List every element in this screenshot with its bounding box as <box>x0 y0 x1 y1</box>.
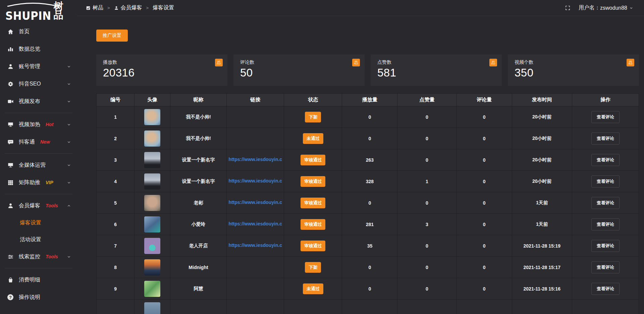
sidebar-item[interactable]: 抖客通 New <box>0 133 77 151</box>
view-comments-button[interactable]: 查看评论 <box>591 197 620 209</box>
breadcrumb-label: 会员爆客 <box>121 4 142 11</box>
video-link[interactable]: https://www.iesdouyin.c <box>228 200 282 205</box>
view-comments-button[interactable]: 查看评论 <box>591 218 620 230</box>
chevron-down-icon <box>67 99 71 104</box>
sidebar-item[interactable]: 账号管理 <box>0 58 77 75</box>
toolbar: 推广设置 <box>96 30 639 42</box>
cell-status <box>284 300 342 314</box>
chevron-down-icon <box>67 255 71 259</box>
help-icon: ? <box>7 294 14 301</box>
cell-action: 查看评论 <box>572 214 639 235</box>
breadcrumb-item[interactable]: 爆客设置 <box>153 4 174 11</box>
sidebar-item[interactable]: 数据总览 <box>0 40 77 58</box>
cell-likes: 0 <box>397 149 457 171</box>
avatar <box>144 152 160 168</box>
home-icon <box>7 29 14 35</box>
breadcrumb-item[interactable]: 会员爆客 <box>114 4 142 11</box>
cell-link <box>227 106 284 128</box>
cell-nickname: 老人开店 <box>170 235 226 257</box>
stat-label: 播放数 <box>103 59 221 65</box>
cell-comments: 0 <box>457 171 512 192</box>
sidebar-subitem[interactable]: 活动设置 <box>0 231 77 248</box>
cell-action: 查看评论 <box>572 235 639 257</box>
video-link[interactable]: https://www.iesdouyin.c <box>228 157 282 162</box>
status-button[interactable]: 下架 <box>305 262 321 273</box>
status-button[interactable]: 审核通过 <box>301 241 325 251</box>
sidebar-item-label: 操作说明 <box>19 294 40 301</box>
cell-likes: 0 <box>397 235 457 257</box>
sidebar: SHUPIN 树品 首页 数据总览 账号管理 抖音SEO 视频发布 视频加热 H… <box>0 0 77 314</box>
cell-plays: 0 <box>342 192 397 214</box>
sidebar-item-label: 会员爆客 <box>19 202 40 209</box>
avatar <box>144 238 160 254</box>
breadcrumb-item[interactable]: 树品 <box>86 4 103 11</box>
cell-status: 审核通过 <box>284 149 342 171</box>
sidebar-item[interactable]: 会员爆客 Tools <box>0 197 77 214</box>
cell-nickname: 阿慧 <box>170 278 226 300</box>
status-button[interactable]: 审核通过 <box>301 198 325 208</box>
video-link[interactable]: https://www.iesdouyin.c <box>228 178 282 184</box>
sidebar-subitem-label: 活动设置 <box>20 236 41 243</box>
view-comments-button[interactable]: 查看评论 <box>591 175 620 188</box>
cell-publish-time: 1天前 <box>512 192 572 214</box>
promo-settings-button[interactable]: 推广设置 <box>96 30 128 42</box>
cell-comments: 0 <box>457 214 512 235</box>
sidebar-item[interactable]: 首页 <box>0 23 77 40</box>
sidebar-item-badge: Hot <box>46 122 53 127</box>
view-comments-button[interactable]: 查看评论 <box>591 154 620 166</box>
cell-no: 3 <box>97 149 135 171</box>
column-header: 发布时间 <box>512 94 572 106</box>
sidebar-subitem[interactable]: 爆客设置 <box>0 214 77 231</box>
sidebar-item[interactable]: 全媒体运营 <box>0 156 77 174</box>
sidebar-item[interactable]: 消费明细 <box>0 271 77 289</box>
avatar <box>144 259 160 275</box>
cell-nickname: 设置一个新名字 <box>170 171 226 192</box>
status-button[interactable]: 未通过 <box>303 133 323 144</box>
cell-status: 下架 <box>284 257 342 278</box>
cell-status: 下架 <box>284 106 342 128</box>
sidebar-item-label: 线索监控 <box>19 253 40 260</box>
sidebar-item[interactable]: 视频加热 Hot <box>0 116 77 133</box>
table-row: 6 小爱玲 https://www.iesdouyin.c 审核通过 281 3… <box>97 214 639 235</box>
cell-comments <box>457 300 512 314</box>
cell-avatar <box>135 300 170 314</box>
column-header: 播放量 <box>342 94 397 106</box>
sidebar-item[interactable]: 线索监控 Tools <box>0 248 77 265</box>
cell-no <box>97 300 135 314</box>
fullscreen-icon[interactable] <box>565 5 571 11</box>
stat-value: 350 <box>515 66 632 79</box>
view-comments-button[interactable]: 查看评论 <box>591 133 620 145</box>
stat-label: 评论数 <box>240 59 358 65</box>
status-button[interactable]: 审核通过 <box>301 219 325 230</box>
status-button[interactable]: 审核通过 <box>301 155 325 165</box>
view-comments-button[interactable]: 查看评论 <box>591 283 620 295</box>
sidebar-item[interactable]: 抖音SEO <box>0 75 77 93</box>
video-link[interactable]: https://www.iesdouyin.c <box>228 221 282 226</box>
cell-status: 未通过 <box>284 128 342 149</box>
view-comments-button[interactable]: 查看评论 <box>591 261 620 273</box>
cell-status: 审核通过 <box>284 192 342 214</box>
status-button[interactable]: 下架 <box>305 112 321 122</box>
column-header: 操作 <box>572 94 639 106</box>
cell-plays <box>342 300 397 314</box>
chevron-down-icon <box>67 180 71 185</box>
sidebar-item[interactable]: ? 操作说明 <box>0 289 77 306</box>
video-link[interactable]: https://www.iesdouyin.c <box>228 243 282 248</box>
view-comments-button[interactable]: 查看评论 <box>591 240 620 252</box>
cell-action: 查看评论 <box>572 171 639 192</box>
user-menu[interactable]: 用户名： zswodun88 <box>579 4 633 11</box>
table-row: 1 我不是小帅! 下架 0 0 0 20小时前 查看评论 <box>97 106 639 128</box>
view-comments-button[interactable]: 查看评论 <box>591 111 620 123</box>
status-button[interactable]: 审核通过 <box>301 176 325 187</box>
column-header: 编号 <box>97 94 135 106</box>
sidebar-item[interactable]: 矩阵助推 VIP <box>0 174 77 191</box>
sidebar-divider <box>5 113 72 113</box>
cell-plays: 35 <box>342 235 397 257</box>
cell-publish-time: 2021-11-28 15:16 <box>512 278 572 300</box>
cell-comments: 0 <box>457 192 512 214</box>
cell-avatar <box>135 171 170 192</box>
sidebar-item[interactable]: 视频发布 <box>0 93 77 110</box>
username-value: zswodun88 <box>600 5 627 11</box>
status-button[interactable]: 未通过 <box>303 283 323 294</box>
stat-value: 50 <box>240 66 358 79</box>
